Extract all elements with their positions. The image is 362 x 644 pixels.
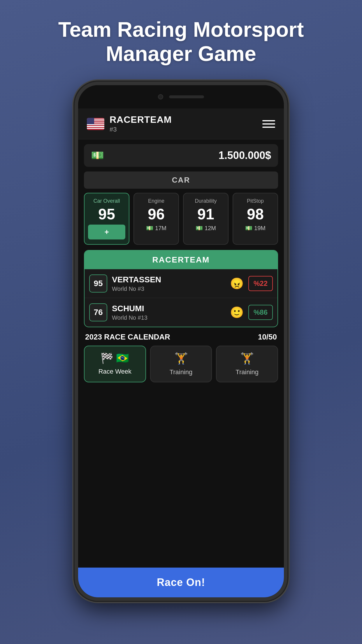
cost-icon: 💵 [146,225,153,232]
money-bar: 💵 1.500.000$ [84,144,278,167]
brazil-flag-icon: 🇧🇷 [116,352,129,364]
car-stat-pitstop-value: 98 [237,206,274,222]
driver-info-schumi: SCHUMI World No #13 [112,304,225,321]
car-stat-overall-value: 95 [88,206,125,222]
cost-amount: 19M [254,225,266,232]
driver-rating-schumi: 76 [89,303,107,321]
team-name-block: RACERTEAM #3 [110,114,172,133]
cost-amount: 12M [205,225,216,232]
driver-mood-schumi: 🙂 [230,306,244,319]
car-section-label: CAR [84,172,278,189]
driver-name-schumi: SCHUMI [112,304,225,313]
team-flag [87,118,104,130]
car-stat-pitstop-label: PitStop [237,198,274,204]
hamburger-line [262,120,275,121]
checkered-flag-icon: 🏁 [101,352,114,364]
car-stats-grid: Car Overall 95 + Engine 96 💵 17M Durabil… [84,193,278,245]
calendar-header: 2023 RACE CALENDAR 10/50 [84,332,278,342]
barbell-icon-1: 🏋 [174,352,188,365]
driver-rank-schumi: World No #13 [112,314,225,321]
training-2-label: Training [236,368,259,376]
app-header: RACERTEAM #3 [78,108,284,139]
team-number: #3 [110,126,172,133]
car-stat-engine: Engine 96 💵 17M [133,193,179,245]
calendar-item-training-1[interactable]: 🏋 Training [150,346,212,382]
car-stat-engine-value: 96 [138,206,175,222]
car-stat-durability-cost: 💵 12M [187,225,224,232]
car-stat-durability-value: 91 [187,206,224,222]
training-1-label: Training [170,368,193,376]
cost-amount: 17M [155,225,166,232]
phone-screen: RACERTEAM #3 💵 1.500.000$ CAR Car Overal… [78,108,284,597]
driver-row-vertassen[interactable]: 95 VERTASSEN World No #3 😠 %22 [85,269,277,298]
car-stat-durability-label: Durability [187,198,224,204]
training-1-icons: 🏋 [174,352,188,365]
calendar-items: 🏁 🇧🇷 Race Week 🏋 Training 🏋 Training [84,346,278,382]
driver-row-schumi[interactable]: 76 SCHUMI World No #13 🙂 %86 [85,298,277,327]
training-2-icons: 🏋 [240,352,254,365]
hamburger-line [262,123,275,125]
driver-condition-schumi: %86 [248,305,273,320]
money-icon: 💵 [91,149,104,162]
cost-icon: 💵 [245,225,252,232]
team-info: RACERTEAM #3 [87,114,172,133]
car-stat-pitstop: PitStop 98 💵 19M [233,193,278,245]
car-stat-durability: Durability 91 💵 12M [183,193,229,245]
hamburger-line [262,127,275,128]
cost-icon: 💵 [196,225,203,232]
calendar-progress: 10/50 [258,332,277,342]
calendar-item-training-2[interactable]: 🏋 Training [216,346,278,382]
barbell-icon-2: 🏋 [240,352,254,365]
driver-rating-vertassen: 95 [89,274,107,293]
driver-rank-vertassen: World No #3 [112,286,225,292]
calendar-item-race-week[interactable]: 🏁 🇧🇷 Race Week [84,346,146,382]
car-stat-overall: Car Overall 95 + [84,193,129,245]
team-section: RACERTEAM 95 VERTASSEN World No #3 😠 %22… [84,250,278,327]
race-on-button[interactable]: Race On! [78,568,284,597]
phone-speaker [169,95,204,98]
page-title: Team Racing MotorsportManager Game [0,18,362,66]
car-stat-pitstop-cost: 💵 19M [237,225,274,232]
driver-name-vertassen: VERTASSEN [112,275,225,284]
phone-notch [78,85,284,108]
race-week-label: Race Week [99,368,131,375]
driver-info-vertassen: VERTASSEN World No #3 [112,275,225,292]
team-name: RACERTEAM [110,114,172,125]
hamburger-menu-button[interactable] [262,120,275,128]
team-section-header: RACERTEAM [85,251,277,269]
upgrade-overall-button[interactable]: + [88,225,125,239]
car-stat-engine-label: Engine [138,198,175,204]
calendar-title: 2023 RACE CALENDAR [85,332,170,342]
car-stat-overall-label: Car Overall [88,198,125,204]
phone-frame: RACERTEAM #3 💵 1.500.000$ CAR Car Overal… [75,82,287,601]
money-amount: 1.500.000$ [219,149,271,162]
driver-mood-vertassen: 😠 [230,277,244,290]
race-week-icons: 🏁 🇧🇷 [101,352,129,364]
car-stat-engine-cost: 💵 17M [138,225,175,232]
driver-condition-vertassen: %22 [248,276,273,291]
phone-camera [158,94,163,99]
